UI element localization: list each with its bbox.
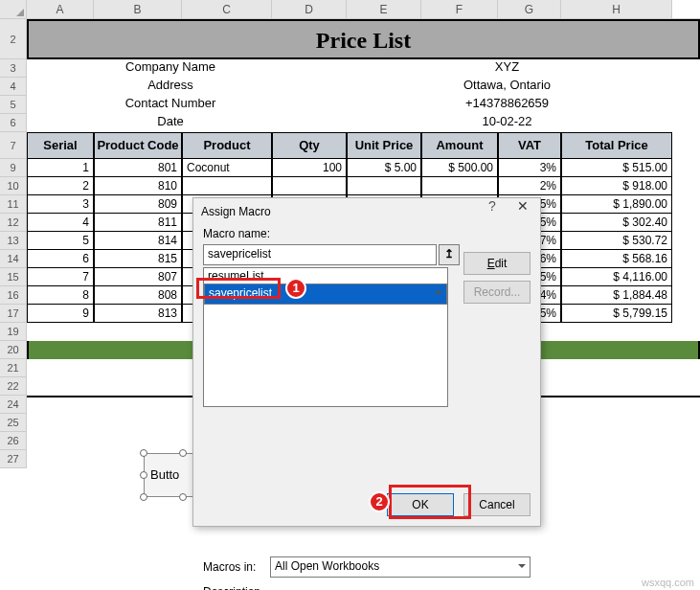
cell-code[interactable]: 807 xyxy=(94,268,182,286)
watermark: wsxqq.com xyxy=(642,577,694,588)
cell-code[interactable]: 810 xyxy=(94,177,182,195)
row-header[interactable]: 21 xyxy=(0,359,26,377)
row-header[interactable]: 10 xyxy=(0,177,26,195)
table-row[interactable]: 2 810 2% $ 918.00 xyxy=(27,177,700,195)
row-header[interactable]: 7 xyxy=(0,132,26,159)
row-header[interactable]: 5 xyxy=(0,96,26,114)
record-button[interactable]: Record... xyxy=(463,281,531,304)
cell-code[interactable]: 801 xyxy=(94,159,182,177)
cell-product[interactable]: Coconut xyxy=(182,159,272,177)
col-unit-price[interactable]: Unit Price xyxy=(347,132,421,159)
col-total-price[interactable]: Total Price xyxy=(561,132,672,159)
row-header[interactable]: 22 xyxy=(0,377,26,396)
row-header[interactable]: 16 xyxy=(0,286,26,305)
row-header[interactable]: 12 xyxy=(0,214,26,232)
cell-total[interactable]: $ 1,884.48 xyxy=(561,286,672,305)
resize-handle[interactable] xyxy=(179,449,187,457)
cell-total[interactable]: $ 1,890.00 xyxy=(561,195,672,214)
row-header[interactable]: 27 xyxy=(0,450,26,468)
row-header[interactable]: 15 xyxy=(0,268,26,286)
cell-qty[interactable]: 100 xyxy=(272,159,347,177)
cell-serial[interactable]: 3 xyxy=(27,195,94,214)
row-header[interactable]: 4 xyxy=(0,78,26,96)
macros-in-select[interactable]: All Open Workbooks xyxy=(270,556,531,578)
cell-code[interactable]: 815 xyxy=(94,250,182,268)
row-header[interactable]: 11 xyxy=(0,195,26,214)
cell-qty[interactable] xyxy=(272,177,347,195)
row-header[interactable]: 26 xyxy=(0,432,26,450)
select-all-corner[interactable] xyxy=(0,0,27,18)
row-header[interactable]: 19 xyxy=(0,323,26,341)
cell-serial[interactable]: 5 xyxy=(27,232,94,250)
col-header[interactable]: H xyxy=(561,0,672,18)
cell-amount[interactable] xyxy=(421,177,498,195)
sheet-title: Price List xyxy=(27,19,700,59)
cell-serial[interactable]: 4 xyxy=(27,214,94,232)
cell-serial[interactable]: 6 xyxy=(27,250,94,268)
cell-total[interactable]: $ 302.40 xyxy=(561,214,672,232)
col-header[interactable]: A xyxy=(27,0,94,18)
col-serial[interactable]: Serial xyxy=(27,132,94,159)
cell-serial[interactable]: 8 xyxy=(27,286,94,305)
resize-handle[interactable] xyxy=(140,493,147,501)
row-header[interactable]: 20 xyxy=(0,341,26,359)
macro-name-input[interactable]: savepricelist xyxy=(203,244,437,265)
info-value: Ottawa, Ontario xyxy=(314,78,700,96)
row-header[interactable]: 17 xyxy=(0,305,26,323)
cell-code[interactable]: 814 xyxy=(94,232,182,250)
row-header[interactable]: 25 xyxy=(0,414,26,432)
table-header-row: SerialProduct CodeProductQtyUnit PriceAm… xyxy=(27,132,700,159)
col-qty[interactable]: Qty xyxy=(272,132,347,159)
row-header[interactable]: 3 xyxy=(0,59,26,78)
col-header[interactable]: E xyxy=(347,0,421,18)
cell-total[interactable]: $ 4,116.00 xyxy=(561,268,672,286)
cell-unit[interactable]: $ 5.00 xyxy=(347,159,421,177)
cell-serial[interactable]: 7 xyxy=(27,268,94,286)
cell-total[interactable]: $ 515.00 xyxy=(561,159,672,177)
row-header[interactable]: 13 xyxy=(0,232,26,250)
annotation-badge: 1 xyxy=(285,278,306,299)
cell-code[interactable]: 808 xyxy=(94,286,182,305)
col-header[interactable]: F xyxy=(421,0,498,18)
resize-handle[interactable] xyxy=(179,493,187,501)
cell-code[interactable]: 811 xyxy=(94,214,182,232)
cell-serial[interactable]: 1 xyxy=(27,159,94,177)
row-header[interactable]: 2 xyxy=(0,19,26,59)
cell-serial[interactable]: 9 xyxy=(27,305,94,323)
col-header[interactable]: C xyxy=(182,0,272,18)
cell-code[interactable]: 809 xyxy=(94,195,182,214)
help-button[interactable]: ? xyxy=(479,198,506,214)
resize-handle[interactable] xyxy=(140,449,147,457)
table-row[interactable]: 1 801 Coconut 100 $ 5.00 $ 500.00 3% $ 5… xyxy=(27,159,700,177)
cell-total[interactable]: $ 568.16 xyxy=(561,250,672,268)
col-header[interactable]: G xyxy=(498,0,561,18)
cell-code[interactable]: 813 xyxy=(94,305,182,323)
cell-total[interactable]: $ 530.72 xyxy=(561,232,672,250)
cell-vat[interactable]: 2% xyxy=(498,177,561,195)
row-header[interactable]: 14 xyxy=(0,250,26,268)
annotation-box xyxy=(389,485,471,519)
cancel-button[interactable]: Cancel xyxy=(463,493,531,516)
resize-handle[interactable] xyxy=(140,471,147,479)
row-header[interactable]: 24 xyxy=(0,396,26,414)
cell-total[interactable]: $ 918.00 xyxy=(561,177,672,195)
cell-unit[interactable] xyxy=(347,177,421,195)
cell-vat[interactable]: 3% xyxy=(498,159,561,177)
reference-button[interactable]: ↥ xyxy=(439,244,460,265)
cell-amount[interactable]: $ 500.00 xyxy=(421,159,498,177)
col-header[interactable]: D xyxy=(272,0,347,18)
col-product[interactable]: Product xyxy=(182,132,272,159)
edit-button[interactable]: Edit xyxy=(463,252,531,275)
col-amount[interactable]: Amount xyxy=(421,132,498,159)
cell-serial[interactable]: 2 xyxy=(27,177,94,195)
macro-name-label: Macro name: xyxy=(193,225,540,242)
col-header[interactable]: B xyxy=(94,0,182,18)
cell-product[interactable] xyxy=(182,177,272,195)
col-vat[interactable]: VAT xyxy=(498,132,561,159)
close-button[interactable]: ✕ xyxy=(509,198,536,214)
row-header[interactable]: 9 xyxy=(0,159,26,177)
row-header[interactable]: 6 xyxy=(0,114,26,132)
cell-total[interactable]: $ 5,799.15 xyxy=(561,305,672,323)
col-product-code[interactable]: Product Code xyxy=(94,132,182,159)
company-info: Company NameXYZAddressOttawa, OntarioCon… xyxy=(27,59,700,132)
